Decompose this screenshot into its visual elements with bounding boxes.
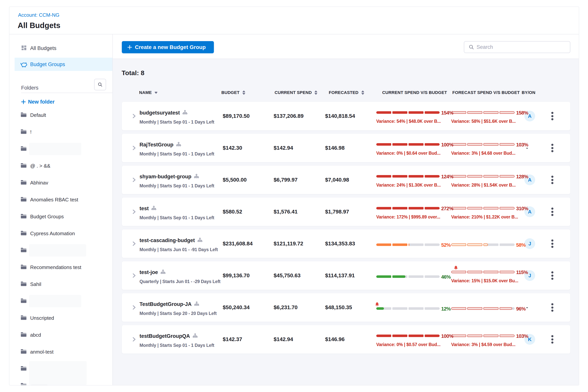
row-menu-button[interactable] xyxy=(550,240,554,248)
row-menu-button[interactable] xyxy=(550,176,554,184)
bar-segment xyxy=(451,334,466,337)
folder-item[interactable] xyxy=(10,243,112,258)
chevron-right-icon[interactable] xyxy=(132,337,136,342)
bar-fill xyxy=(408,244,409,246)
create-budget-group-button[interactable]: Create a new Budget Group xyxy=(122,41,214,53)
account-breadcrumb[interactable]: Account: CCM-NG xyxy=(18,12,60,18)
current-spend-amount: $137,206.89 xyxy=(274,102,304,130)
row-menu-button[interactable] xyxy=(550,271,554,280)
folder-item[interactable]: Unscripted xyxy=(10,310,112,326)
budget-group-name[interactable]: test xyxy=(140,206,149,212)
bar-segment xyxy=(425,334,440,337)
budget-group-row[interactable]: test-cascading-budget Monthly | Starts J… xyxy=(122,230,570,258)
folder-item[interactable]: Default xyxy=(10,108,112,123)
budget-group-name[interactable]: test-joe xyxy=(140,270,158,275)
folder-item[interactable] xyxy=(10,361,112,376)
budget-group-name-line: shyam-budget-group xyxy=(140,173,199,180)
forecast-vs-budget-bar xyxy=(451,334,514,337)
budget-group-name[interactable]: test-cascading-budget xyxy=(140,238,195,244)
budget-group-row[interactable]: budgetsuryatest Monthly | Starts Sep 01 … xyxy=(122,102,570,130)
new-folder-button[interactable]: New folder xyxy=(21,98,54,105)
chevron-right-icon[interactable] xyxy=(132,114,136,119)
budget-group-row[interactable]: RajTestGroup Monthly | Starts Sep 01 - 1… xyxy=(122,134,570,162)
column-header-forecasted[interactable]: FORECASTED xyxy=(329,88,364,98)
hierarchy-icon xyxy=(194,174,199,180)
bar-fill xyxy=(484,271,498,273)
search-input[interactable] xyxy=(476,42,567,53)
budget-amount: $231,608.84 xyxy=(223,230,253,258)
budget-group-row[interactable]: shyam-budget-group Monthly | Starts Sep … xyxy=(122,166,570,194)
bar-fill xyxy=(500,207,514,210)
row-menu-button[interactable] xyxy=(550,335,554,344)
column-header-budget[interactable]: BUDGET xyxy=(221,88,246,98)
budget-group-name[interactable]: TestBudgetGroup-JA xyxy=(140,301,192,307)
row-menu-button[interactable] xyxy=(550,208,554,216)
budget-group-row[interactable]: test Monthly | Starts Sep 01 - 1 Days Le… xyxy=(122,198,570,226)
bar-fill xyxy=(500,143,514,146)
folder-icon xyxy=(20,332,27,338)
bar-fill xyxy=(376,307,384,310)
column-header-current-spend[interactable]: CURRENT SPEND xyxy=(274,88,318,98)
budget-period: Monthly | Starts Sep 20 - 20 Days Left xyxy=(140,311,216,316)
budget-group-row[interactable]: test-joe Quarterly | Starts Jun 01 - -29… xyxy=(122,261,570,290)
chevron-right-icon[interactable] xyxy=(132,305,136,311)
budget-group-row[interactable]: testBudgetGroupQA Monthly | Starts Sep 0… xyxy=(122,325,570,354)
sidebar-item-budget-groups[interactable]: Budget Groups xyxy=(14,58,112,71)
folder-item[interactable]: ! xyxy=(10,124,112,140)
bar-fill xyxy=(500,307,512,310)
budget-group-name[interactable]: RajTestGroup xyxy=(140,142,174,148)
sort-icon xyxy=(242,90,246,95)
bar-fill xyxy=(500,111,514,114)
budget-group-name[interactable]: testBudgetGroupQA xyxy=(140,333,190,339)
folder-item[interactable] xyxy=(10,378,112,386)
column-header-name[interactable]: NAME xyxy=(139,88,158,98)
sidebar-item-all-budgets[interactable]: All Budgets xyxy=(14,42,112,55)
folder-item[interactable]: abcd xyxy=(10,327,112,342)
bar-segment xyxy=(392,207,407,210)
folder-label: Budget Groups xyxy=(30,214,64,220)
row-menu-button[interactable] xyxy=(550,112,554,120)
folder-item[interactable]: Cypress Automation xyxy=(10,226,112,241)
bar-segment xyxy=(467,244,482,246)
forecasted-amount: $146.98 xyxy=(325,134,344,162)
bar-segment xyxy=(376,207,391,210)
row-menu-button[interactable] xyxy=(550,303,554,312)
budget-group-name[interactable]: shyam-budget-group xyxy=(140,174,192,180)
budget-group-name[interactable]: budgetsuryatest xyxy=(140,110,180,116)
bar-segment xyxy=(484,143,498,146)
folder-item[interactable]: Recommendations test xyxy=(10,260,112,275)
bar-fill xyxy=(451,244,466,246)
budget-period: Monthly | Starts Sep 01 - 1 Days Left xyxy=(140,120,214,125)
column-header-by-on[interactable]: BY/ON xyxy=(522,88,535,98)
folder-item[interactable]: Sahil xyxy=(10,276,112,292)
column-label: BY/ON xyxy=(522,90,535,95)
column-header-forecast-spend-v-s-budget[interactable]: FORECAST SPEND V/S BUDGET xyxy=(452,88,520,98)
folder-item[interactable]: Anomalies RBAC test xyxy=(10,192,112,207)
chevron-right-icon[interactable] xyxy=(132,241,136,247)
bar-segment xyxy=(467,143,482,146)
chevron-right-icon[interactable] xyxy=(132,209,136,215)
folder-item[interactable]: anmol-test xyxy=(10,344,112,360)
folder-label: Abhinav xyxy=(30,180,48,186)
chevron-right-icon[interactable] xyxy=(132,146,136,151)
folder-search-button[interactable] xyxy=(94,79,106,90)
folder-item[interactable]: Abhinav xyxy=(10,175,112,190)
hierarchy-icon xyxy=(194,302,199,307)
folder-item[interactable] xyxy=(10,141,112,156)
budgets-app: Account: CCM-NG All Budgets All Budgets xyxy=(0,0,588,392)
bar-segment xyxy=(467,207,482,210)
percent-label: 272% xyxy=(441,205,453,212)
folder-item[interactable] xyxy=(10,294,112,309)
budget-group-row[interactable]: TestBudgetGroup-JA Monthly | Starts Sep … xyxy=(122,293,570,322)
percent-label: 128% xyxy=(516,173,528,180)
folder-item[interactable]: @ . > && xyxy=(10,158,112,174)
row-menu-button[interactable] xyxy=(550,144,554,152)
folder-item[interactable]: Budget Groups xyxy=(10,209,112,224)
hierarchy-icon xyxy=(198,238,202,243)
chevron-right-icon[interactable] xyxy=(132,177,136,183)
column-label: FORECAST SPEND V/S BUDGET xyxy=(452,90,520,95)
owner-avatar[interactable]: J xyxy=(524,238,535,249)
bar-segment xyxy=(484,175,498,178)
chevron-right-icon[interactable] xyxy=(132,273,136,279)
column-header-current-spend-v-s-budget[interactable]: CURRENT SPEND V/S BUDGET xyxy=(382,88,447,98)
